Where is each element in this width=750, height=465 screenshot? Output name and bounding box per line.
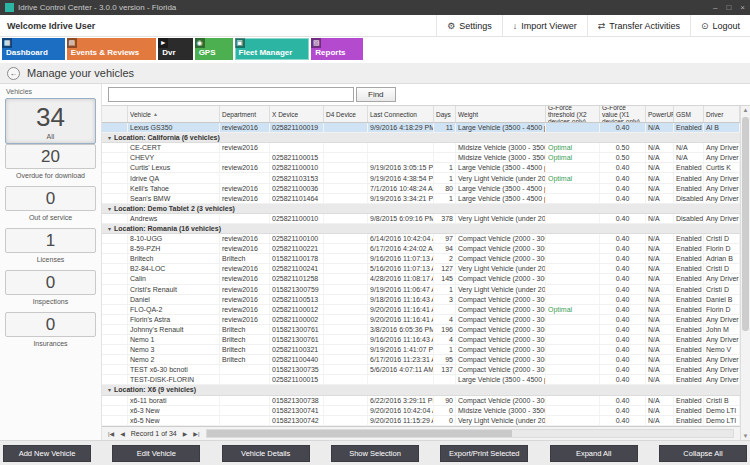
table-row[interactable]: CHEVY025821100015Midsize Vehicle (3000 -… [102, 153, 740, 163]
table-row[interactable]: Sean's BMWreview20160258211014649/19/201… [102, 194, 740, 204]
table-row[interactable]: Cristi's Renaultreview20160158213007599/… [102, 285, 740, 295]
table-row[interactable]: x6-3 New0158213007419/20/2016 10:42:04 A… [102, 406, 740, 416]
table-row[interactable]: Florin's Astrareview20160258211000029/20… [102, 315, 740, 325]
group-expand-icon[interactable]: ▾ [108, 386, 111, 393]
export-print-selected-button[interactable]: Export/Print Selected [440, 445, 528, 462]
group-expand-icon[interactable]: ▾ [108, 225, 111, 232]
column-header-x_device[interactable]: X Device [270, 106, 324, 122]
cell-gsm: Enabled [674, 305, 704, 314]
cell-powerup: N/A [646, 153, 674, 162]
scroll-up-icon[interactable]: ▲ [741, 107, 750, 113]
cell-gforce_value: 0.40 [600, 325, 646, 334]
transfer-activities-button[interactable]: ⇄Transfer Activities [587, 15, 690, 36]
column-header-powerup[interactable]: PowerUP [646, 106, 674, 122]
table-row[interactable]: x6-5 New0158213007429/20/2016 11:15:29 A… [102, 416, 740, 426]
first-record-button[interactable]: |◀ [105, 430, 117, 437]
settings-button[interactable]: ⚙Settings [436, 15, 502, 36]
table-row[interactable]: TEST x6-30 bcnoti0158213007355/6/2016 4:… [102, 365, 740, 375]
group-row[interactable]: ▾Location: X6 (9 vehicles) [102, 385, 740, 395]
table-row[interactable]: Nemo 1Briltech0158213007619/16/2016 11:1… [102, 335, 740, 345]
stat-overdue-for-download[interactable]: 20 [5, 144, 96, 169]
tab-gps[interactable]: ◉GPS [195, 38, 233, 60]
tab-events-reviews[interactable]: ▤Events & Reviews [67, 38, 156, 60]
tab-label: Dashboard [6, 48, 48, 57]
column-header-days[interactable]: Days [434, 106, 456, 122]
next-record-button[interactable]: ▶ [180, 430, 191, 437]
cell-weight: Compact Vehicle (2000 - 3000 pounds) [456, 305, 546, 314]
column-header-department[interactable]: Department [220, 106, 270, 122]
optimal-status: Optimal [548, 306, 572, 313]
group-expand-icon[interactable]: ▾ [108, 205, 111, 212]
cell-gforce_value: 0.40 [600, 345, 646, 354]
stat-licenses[interactable]: 1 [5, 228, 96, 253]
table-row[interactable]: FLO-QA-2review20160258211000129/20/2016 … [102, 305, 740, 315]
table-row[interactable]: x6-11 borati0158213007386/22/2016 3:29:1… [102, 396, 740, 406]
tab-dashboard[interactable]: ▦Dashboard [2, 38, 65, 60]
stat-inspections[interactable]: 0 [5, 270, 96, 295]
cell-weight: Compact Vehicle (2000 - 3000 pounds) [456, 295, 546, 304]
edit-vehicle-button[interactable]: Edit Vehicle [112, 445, 200, 462]
column-header-weight[interactable]: Weight [456, 106, 546, 122]
close-button[interactable]: × [740, 3, 745, 12]
table-row[interactable]: Calinreview20160258211012584/28/2016 11:… [102, 274, 740, 284]
search-input[interactable] [108, 87, 354, 102]
scroll-down-icon[interactable]: ▼ [741, 433, 750, 439]
group-row[interactable]: ▾Location: Demo Tablet 2 (3 vehicles) [102, 204, 740, 214]
back-button[interactable]: ← [7, 67, 20, 80]
find-button[interactable]: Find [356, 87, 396, 102]
stat-all[interactable]: 34All [5, 98, 96, 144]
show-selection-button[interactable]: Show Selection [331, 445, 419, 462]
stat-out-of-service[interactable]: 0 [5, 186, 96, 211]
stat-insurances[interactable]: 0 [5, 312, 96, 337]
table-row[interactable]: Danielreview20160258211005139/18/2016 11… [102, 295, 740, 305]
column-header-driver[interactable]: Driver [704, 106, 740, 122]
minimize-button[interactable]: – [713, 3, 717, 12]
table-row[interactable]: CE-CERTreview2016Midsize Vehicle (3000 -… [102, 143, 740, 153]
horizontal-scrollbar[interactable] [206, 429, 734, 438]
table-row[interactable]: Nemo 3Briltech0258211003219/19/2016 1:41… [102, 345, 740, 355]
table-row[interactable]: Curtis' Lexusreview20160258211000109/19/… [102, 163, 740, 173]
table-row[interactable]: Andrews0258211000109/8/2015 6:09:16 PM37… [102, 214, 740, 224]
table-row[interactable]: BriltechBriltech0158211001789/16/2016 11… [102, 254, 740, 264]
table-row[interactable]: 8-59-PZHreview20160258211002216/17/2016 … [102, 244, 740, 254]
table-row[interactable]: Kelli's Tahoereview20160258211000367/1/2… [102, 184, 740, 194]
cell-d4_device [324, 416, 368, 425]
column-header-gforce_value[interactable]: G-Force value (X1 devices only) [600, 106, 646, 122]
import-viewer-button[interactable]: ↓Import Viewer [502, 15, 587, 36]
cell-department: review2016 [220, 123, 270, 132]
logout-button[interactable]: ⊙Logout [690, 15, 750, 36]
table-row[interactable]: Lexus GS350review20160258211000199/9/201… [102, 123, 740, 133]
cell-d4_device [324, 325, 368, 334]
table-row[interactable]: Nemo 2Briltech0258211004406/17/2016 11:2… [102, 355, 740, 365]
expand-all-button[interactable]: Expand All [550, 445, 638, 462]
previous-record-button[interactable]: ◀ [117, 430, 128, 437]
table-row[interactable]: Johnny's RenaultBriltech0158213007613/8/… [102, 325, 740, 335]
table-row[interactable]: TEST-DISK-FLORIN025821100015Large Vehicl… [102, 375, 740, 385]
maximize-button[interactable]: □ [726, 3, 731, 12]
table-row[interactable]: 8-10-UGGreview20160258211001006/14/2016 … [102, 234, 740, 244]
vertical-scrollbar-thumb[interactable] [742, 117, 749, 331]
table-row[interactable]: Idrive QA0258211031539/19/2016 4:38:54 P… [102, 173, 740, 183]
grid-body: Lexus GS350review20160258211000199/9/201… [102, 123, 740, 426]
group-row[interactable]: ▾Location: California (6 vehicles) [102, 133, 740, 143]
table-row[interactable]: B2-84-LOCreview20160258211002415/16/2016… [102, 264, 740, 274]
column-header-last_connection[interactable]: Last Connection [368, 106, 434, 122]
group-expand-icon[interactable]: ▾ [108, 134, 111, 141]
cell-driver: Cristi B [704, 396, 740, 405]
collapse-all-button[interactable]: Collapse All [659, 445, 747, 462]
add-new-vehicle-button[interactable]: Add New Vehicle [3, 445, 91, 462]
tab-fleet-manager[interactable]: ▣Fleet Manager [235, 38, 310, 60]
column-header-d4_device[interactable]: D4 Device [324, 106, 368, 122]
tab-reports[interactable]: ▧Reports [311, 38, 362, 60]
group-row[interactable]: ▾Location: Romania (16 vehicles) [102, 224, 740, 234]
cell-powerup: N/A [646, 295, 674, 304]
vertical-scrollbar[interactable]: ▲ ▼ [740, 106, 750, 440]
column-header-gforce_threshold[interactable]: G-Force threshold (X2 devices only) [546, 106, 600, 122]
column-header-gsm[interactable]: GSM [674, 106, 704, 122]
tab-dvr[interactable]: ►Dvr [158, 38, 192, 60]
horizontal-scrollbar-thumb[interactable] [207, 430, 512, 437]
last-record-button[interactable]: ▶| [190, 430, 202, 437]
vehicle-details-button[interactable]: Vehicle Details [222, 445, 310, 462]
cell-indent [102, 416, 128, 425]
column-header-vehicle[interactable]: Vehicle▲ [128, 106, 220, 122]
